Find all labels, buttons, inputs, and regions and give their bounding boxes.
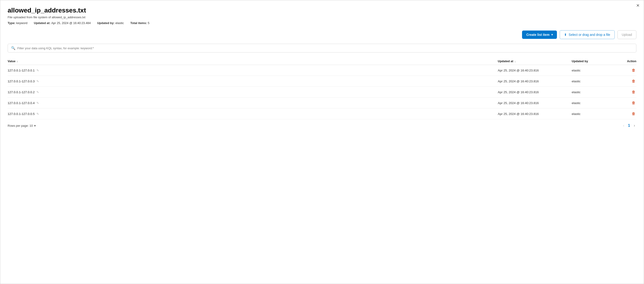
table-row: 127.0.0.1-127.0.0.5 ✎ Apr 25, 2024 @ 16:…	[8, 108, 636, 119]
ip-value: 127.0.0.1-127.0.0.5	[8, 112, 35, 116]
delete-icon[interactable]: 🗑	[632, 101, 636, 105]
data-table: Value ↕ Updated at ↓ Updated by Action 1…	[8, 58, 636, 119]
delete-icon[interactable]: 🗑	[632, 79, 636, 83]
updated-at-cell: Apr 25, 2024 @ 16:40:23.816	[498, 80, 572, 83]
ip-value: 127.0.0.1-127.0.0.2	[8, 90, 35, 94]
updated-by-meta: Updated by: elastic	[97, 21, 124, 25]
col-updated-by: Updated by	[572, 60, 618, 63]
action-cell: 🗑	[618, 68, 636, 72]
value-cell: 127.0.0.1-127.0.0.1 ✎	[8, 69, 498, 72]
page-title: allowed_ip_addresses.txt	[8, 7, 636, 14]
edit-icon[interactable]: ✎	[36, 80, 39, 83]
type-meta: Type: keyword	[8, 21, 28, 25]
meta-row: Type: keyword Updated at: Apr 25, 2024 @…	[8, 21, 636, 25]
action-cell: 🗑	[618, 79, 636, 83]
prev-page-button[interactable]: ‹	[622, 123, 626, 128]
updated-at-cell: Apr 25, 2024 @ 16:40:23.816	[498, 101, 572, 105]
table-row: 127.0.0.1-127.0.0.4 ✎ Apr 25, 2024 @ 16:…	[8, 98, 636, 108]
edit-icon[interactable]: ✎	[36, 101, 39, 105]
delete-icon[interactable]: 🗑	[632, 112, 636, 116]
value-cell: 127.0.0.1-127.0.0.5 ✎	[8, 112, 498, 116]
table-body: 127.0.0.1-127.0.0.1 ✎ Apr 25, 2024 @ 16:…	[8, 65, 636, 119]
total-items-meta: Total items: 5	[130, 21, 150, 25]
page-1-button[interactable]: 1	[627, 123, 632, 128]
updated-by-cell: elastic	[572, 112, 618, 116]
table-row: 127.0.0.1-127.0.0.3 ✎ Apr 25, 2024 @ 16:…	[8, 76, 636, 87]
sort-icon-value[interactable]: ↕	[17, 60, 18, 63]
value-cell: 127.0.0.1-127.0.0.3 ✎	[8, 80, 498, 83]
updated-by-cell: elastic	[572, 69, 618, 72]
action-cell: 🗑	[618, 90, 636, 94]
col-value: Value ↕	[8, 60, 498, 63]
create-list-item-button[interactable]: Create list item ▾	[522, 31, 557, 39]
updated-by-cell: elastic	[572, 101, 618, 105]
updated-at-meta: Updated at: Apr 25, 2024 @ 16:40:23.484	[34, 21, 91, 25]
close-button[interactable]: ✕	[636, 4, 640, 8]
chevron-down-icon: ▾	[34, 124, 36, 127]
next-page-button[interactable]: ›	[632, 123, 636, 128]
table-row: 127.0.0.1-127.0.0.2 ✎ Apr 25, 2024 @ 16:…	[8, 87, 636, 98]
search-bar: 🔍	[8, 44, 636, 53]
edit-icon[interactable]: ✎	[36, 112, 39, 116]
footer: Rows per page: 10 ▾ ‹ 1 ›	[8, 123, 636, 128]
value-cell: 127.0.0.1-127.0.0.4 ✎	[8, 101, 498, 105]
page-subtitle: File uploaded from file system of allowe…	[8, 16, 636, 19]
col-updated-at: Updated at ↓	[498, 60, 572, 63]
edit-icon[interactable]: ✎	[36, 90, 39, 94]
table-row: 127.0.0.1-127.0.0.1 ✎ Apr 25, 2024 @ 16:…	[8, 65, 636, 76]
ip-value: 127.0.0.1-127.0.0.4	[8, 101, 35, 105]
updated-by-cell: elastic	[572, 90, 618, 94]
value-cell: 127.0.0.1-127.0.0.2 ✎	[8, 90, 498, 94]
search-input[interactable]	[17, 47, 633, 50]
updated-at-cell: Apr 25, 2024 @ 16:40:23.816	[498, 90, 572, 94]
pagination: ‹ 1 ›	[622, 123, 636, 128]
action-cell: 🗑	[618, 112, 636, 116]
search-icon: 🔍	[11, 46, 16, 50]
upload-icon: ⬆	[564, 33, 567, 37]
ip-value: 127.0.0.1-127.0.0.1	[8, 69, 35, 72]
sort-icon-updated-at[interactable]: ↓	[514, 60, 516, 63]
toolbar: Create list item ▾ ⬆ Select or drag and …	[8, 30, 636, 39]
updated-at-cell: Apr 25, 2024 @ 16:40:23.816	[498, 69, 572, 72]
delete-icon[interactable]: 🗑	[632, 90, 636, 94]
chevron-down-icon: ▾	[551, 33, 553, 36]
edit-icon[interactable]: ✎	[36, 69, 39, 72]
select-file-button[interactable]: ⬆ Select or drag and drop a file	[560, 30, 615, 39]
delete-icon[interactable]: 🗑	[632, 68, 636, 72]
action-cell: 🗑	[618, 101, 636, 105]
updated-by-cell: elastic	[572, 80, 618, 83]
rows-per-page-selector[interactable]: Rows per page: 10 ▾	[8, 124, 36, 127]
col-action: Action	[618, 60, 636, 63]
upload-button[interactable]: Upload	[618, 30, 636, 39]
table-header: Value ↕ Updated at ↓ Updated by Action	[8, 58, 636, 65]
ip-value: 127.0.0.1-127.0.0.3	[8, 80, 35, 83]
updated-at-cell: Apr 25, 2024 @ 16:40:23.816	[498, 112, 572, 116]
